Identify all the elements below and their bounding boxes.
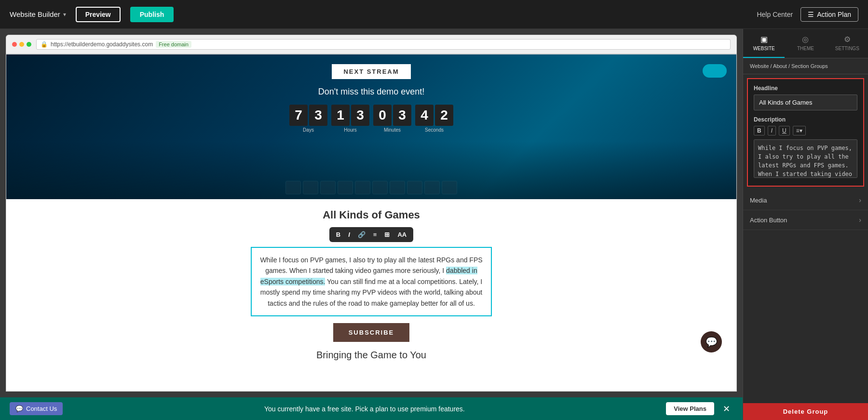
days-label: Days	[303, 127, 314, 133]
notification-text: You currently have a free site. Pick a p…	[68, 405, 660, 413]
media-chevron-right-icon: ›	[859, 196, 861, 204]
text-editor-toolbar: B I 🔗 ≡ ⊞ AA	[329, 227, 413, 242]
view-plans-button[interactable]: View Plans	[666, 402, 714, 415]
media-label: Media	[750, 197, 767, 204]
days-digit-1: 7	[289, 105, 308, 126]
settings-tab-label: SETTINGS	[835, 46, 859, 51]
sidebar-tabs: ▣ WEBSITE ◎ THEME ⚙ SETTINGS	[743, 29, 868, 58]
sidebar-content: 2 Headline Description B I U ≡▾ While I …	[743, 74, 868, 403]
notification-bar: 💬 Contact Us You currently have a free s…	[0, 397, 743, 420]
sidebar-panel: 2 Headline Description B I U ≡▾ While I …	[747, 78, 864, 187]
theme-tab-label: THEME	[797, 46, 814, 51]
key-10	[442, 181, 457, 194]
tab-theme[interactable]: ◎ THEME	[785, 29, 826, 58]
canvas-area: 🔒 https://etbuilderdemo.godaddysites.com…	[0, 29, 743, 420]
lock-icon: 🔒	[41, 41, 48, 48]
website-tab-label: WEBSITE	[753, 46, 775, 51]
preview-button[interactable]: Preview	[76, 7, 121, 22]
hero-content: NEXT STREAM Don't miss this demo event! …	[6, 64, 736, 136]
editable-text-box[interactable]: While I focus on PVP games, I also try t…	[251, 247, 492, 316]
contact-us-button[interactable]: 💬 Contact Us	[10, 402, 63, 415]
browser-dots	[12, 42, 31, 47]
countdown-days-digits: 7 3	[289, 105, 327, 126]
keyboard-keys	[285, 181, 457, 199]
grid-button[interactable]: ⊞	[382, 230, 392, 239]
url-text: https://etbuilderdemo.godaddysites.com	[51, 41, 153, 48]
action-plan-button[interactable]: ☰ Action Plan	[800, 7, 858, 22]
chat-icon: 💬	[705, 336, 718, 348]
seconds-label: Seconds	[425, 127, 444, 133]
website-builder-menu[interactable]: Website Builder ▾	[10, 10, 66, 18]
close-notification-button[interactable]: ✕	[720, 404, 733, 414]
countdown-minutes: 0 3 Minutes	[373, 105, 411, 133]
browser-chrome: 🔒 https://etbuilderdemo.godaddysites.com…	[6, 35, 737, 54]
desc-underline-button[interactable]: U	[779, 126, 790, 135]
list-button[interactable]: ≡	[371, 230, 379, 239]
desc-align-button[interactable]: ≡▾	[793, 126, 806, 135]
desc-bold-button[interactable]: B	[754, 126, 765, 135]
key-7	[390, 181, 405, 194]
key-4	[338, 181, 353, 194]
countdown-seconds-digits: 4 2	[415, 105, 453, 126]
action-button-chevron-right-icon: ›	[859, 216, 861, 224]
hero-section: NEXT STREAM Don't miss this demo event! …	[6, 54, 736, 199]
top-bar-right: Help Center ☰ Action Plan	[757, 7, 858, 22]
sidebar-breadcrumb: Website / About / Section Groups	[743, 58, 868, 74]
theme-tab-icon: ◎	[802, 35, 809, 44]
key-2	[303, 181, 318, 194]
browser-url: 🔒 https://etbuilderdemo.godaddysites.com…	[36, 39, 731, 50]
free-domain-badge: Free domain	[156, 41, 191, 48]
countdown-timer: 7 3 Days 1 3 Hours	[289, 105, 453, 133]
key-3	[320, 181, 336, 194]
delete-group-button[interactable]: Delete Group	[743, 403, 868, 420]
main-area: 🔒 https://etbuilderdemo.godaddysites.com…	[0, 29, 868, 420]
minutes-digit-1: 0	[373, 105, 392, 126]
tab-settings[interactable]: ⚙ SETTINGS	[827, 29, 868, 58]
menu-lines-icon: ☰	[808, 11, 814, 18]
headline-field-label: Headline	[754, 85, 857, 92]
description-toolbar: B I U ≡▾	[754, 126, 857, 135]
days-digit-2: 3	[309, 105, 327, 126]
seconds-digit-2: 2	[435, 105, 453, 126]
action-button-label: Action Button	[750, 217, 787, 224]
hours-digit-2: 3	[351, 105, 369, 126]
media-expandable[interactable]: Media ›	[743, 190, 868, 210]
minutes-label: Minutes	[384, 127, 401, 133]
publish-button[interactable]: Publish	[130, 7, 174, 22]
top-bar: Website Builder ▾ Preview Publish Help C…	[0, 0, 868, 29]
description-field-label: Description	[754, 116, 857, 123]
chat-bubble[interactable]: 💬	[701, 331, 722, 352]
minutes-digit-2: 3	[393, 105, 411, 126]
countdown-seconds: 4 2 Seconds	[415, 105, 453, 133]
bold-button[interactable]: B	[334, 230, 342, 239]
bringing-text: Bringing the Game to You	[316, 350, 426, 361]
countdown-hours: 1 3 Hours	[331, 105, 369, 133]
white-section: All Kinds of Games B I 🔗 ≡ ⊞ AA While I …	[6, 199, 736, 370]
next-stream-button[interactable]: NEXT STREAM	[332, 64, 410, 79]
action-button-expandable[interactable]: Action Button ›	[743, 210, 868, 230]
hours-digit-1: 1	[331, 105, 350, 126]
chevron-down-icon: ▾	[63, 11, 66, 18]
key-6	[372, 181, 388, 194]
hero-event-title: Don't miss this demo event!	[318, 87, 425, 97]
headline-input[interactable]	[754, 95, 857, 110]
countdown-hours-digits: 1 3	[331, 105, 369, 126]
website-preview: NEXT STREAM Don't miss this demo event! …	[6, 54, 737, 392]
key-1	[285, 181, 301, 194]
dot-yellow	[19, 42, 24, 47]
link-button[interactable]: 🔗	[356, 230, 367, 239]
dot-red	[12, 42, 17, 47]
hours-label: Hours	[344, 127, 357, 133]
desc-italic-button[interactable]: I	[768, 126, 776, 135]
right-sidebar: ▣ WEBSITE ◎ THEME ⚙ SETTINGS Website / A…	[743, 29, 868, 420]
top-bar-left: Website Builder ▾ Preview Publish	[10, 7, 757, 22]
subscribe-button[interactable]: SUBSCRIBE	[333, 323, 410, 342]
italic-button[interactable]: I	[346, 230, 352, 239]
text-size-button[interactable]: AA	[395, 230, 408, 239]
white-section-wrapper: 1 All Kinds of Games B I 🔗 ≡ ⊞ AA	[6, 199, 736, 370]
description-textarea[interactable]: While I focus on PVP games, I also try t…	[754, 139, 857, 178]
help-center-link[interactable]: Help Center	[757, 11, 793, 18]
section-headline: All Kinds of Games	[323, 209, 420, 221]
key-9	[424, 181, 440, 194]
tab-website[interactable]: ▣ WEBSITE	[743, 29, 785, 58]
